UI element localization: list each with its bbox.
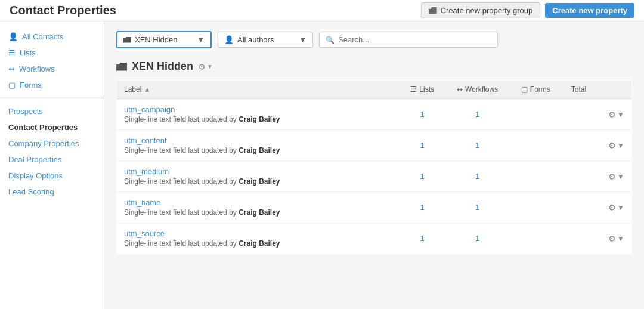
author-select[interactable]: 👤 All authors ▼: [218, 32, 313, 48]
cell-forms-utm_content: [510, 130, 561, 161]
property-author-utm_source: Craig Bailey: [239, 239, 280, 248]
search-box[interactable]: 🔍: [319, 32, 498, 48]
header-actions: Create new property group Create new pro…: [421, 2, 634, 18]
sort-icon[interactable]: ▲: [144, 86, 150, 93]
sidebar-item-prospects[interactable]: Prospects: [0, 103, 104, 119]
property-name-utm_campaign[interactable]: utm_campaign: [124, 105, 393, 114]
table-row: utm_content Single-line text field last …: [117, 130, 632, 161]
author-select-arrow: ▼: [299, 35, 306, 44]
property-author-utm_name: Craig Bailey: [239, 208, 280, 217]
table-row: utm_medium Single-line text field last u…: [117, 161, 632, 192]
gear-icon: ⚙: [198, 62, 206, 72]
group-settings-button[interactable]: ⚙ ▼: [198, 62, 213, 72]
col-forms: ▢ Forms: [510, 81, 561, 99]
row-gear-button-utm_name[interactable]: ⚙: [608, 203, 616, 212]
row-gear-button-utm_content[interactable]: ⚙: [608, 141, 616, 150]
page-title: Contact Properties: [10, 4, 116, 17]
sidebar-item-workflows[interactable]: ↭ Workflows: [0, 61, 104, 77]
sidebar-item-lists[interactable]: ☰ Lists: [0, 45, 104, 61]
group-select-arrow: ▼: [197, 35, 205, 44]
cell-workflows-utm_source: 1: [445, 223, 510, 254]
property-name-utm_content[interactable]: utm_content: [124, 136, 393, 145]
cell-lists-utm_medium: 1: [400, 161, 445, 192]
cell-forms-utm_campaign: [510, 99, 561, 130]
sidebar-item-forms[interactable]: ▢ Forms: [0, 77, 104, 93]
cell-lists-utm_name: 1: [400, 192, 445, 223]
properties-table: Label ▲ ☰ Lists ↭ Workflows: [116, 80, 632, 254]
property-name-utm_medium[interactable]: utm_medium: [124, 167, 393, 176]
create-property-group-button[interactable]: Create new property group: [421, 2, 541, 18]
cell-lists-utm_campaign: 1: [400, 99, 445, 130]
cell-total-utm_content: [561, 130, 596, 161]
cell-label-utm_campaign: utm_campaign Single-line text field last…: [117, 99, 400, 130]
chevron-down-icon: ▼: [207, 63, 213, 70]
person-icon: 👤: [8, 32, 18, 41]
cell-total-utm_campaign: [561, 99, 596, 130]
sidebar-item-contact-properties: Contact Properties: [0, 119, 104, 135]
search-input[interactable]: [338, 35, 491, 44]
cell-label-utm_source: utm_source Single-line text field last u…: [117, 223, 400, 254]
table-row: utm_name Single-line text field last upd…: [117, 192, 632, 223]
cell-actions-utm_source: ⚙ ▼: [596, 223, 632, 254]
cell-label-utm_name: utm_name Single-line text field last upd…: [117, 192, 400, 223]
property-desc-utm_name: Single-line text field last updated by C…: [124, 208, 393, 217]
row-gear-button-utm_source[interactable]: ⚙: [608, 234, 616, 243]
row-gear-button-utm_campaign[interactable]: ⚙: [608, 110, 616, 119]
table-row: utm_campaign Single-line text field last…: [117, 99, 632, 130]
person-icon-author: 👤: [224, 35, 234, 44]
cell-forms-utm_medium: [510, 161, 561, 192]
page-header: Contact Properties Create new property g…: [0, 0, 644, 21]
row-gear-button-utm_medium[interactable]: ⚙: [608, 172, 616, 181]
row-chevron-button-utm_content[interactable]: ▼: [617, 141, 624, 150]
workflow-icon: ↭: [8, 64, 15, 73]
cell-actions-utm_name: ⚙ ▼: [596, 192, 632, 223]
cell-actions-utm_content: ⚙ ▼: [596, 130, 632, 161]
group-folder-icon: [116, 63, 127, 71]
cell-total-utm_name: [561, 192, 596, 223]
list-icon: ☰: [8, 48, 16, 57]
row-chevron-button-utm_source[interactable]: ▼: [617, 234, 624, 243]
sidebar-top-section: 👤 All Contacts ☰ Lists ↭ Workflows ▢ For…: [0, 29, 104, 93]
sidebar-item-all-contacts[interactable]: 👤 All Contacts: [0, 29, 104, 45]
sidebar-divider: [0, 98, 104, 98]
sidebar-item-company-properties[interactable]: Company Properties: [0, 135, 104, 152]
sidebar-bottom-section: Prospects Contact Properties Company Pro…: [0, 103, 104, 200]
cell-actions-utm_medium: ⚙ ▼: [596, 161, 632, 192]
forms-col-icon: ▢: [521, 85, 528, 94]
cell-total-utm_source: [561, 223, 596, 254]
property-name-utm_name[interactable]: utm_name: [124, 198, 393, 207]
group-title: XEN Hidden: [132, 60, 193, 73]
cell-workflows-utm_content: 1: [445, 130, 510, 161]
folder-icon: [429, 7, 437, 14]
row-chevron-button-utm_medium[interactable]: ▼: [617, 172, 624, 181]
property-author-utm_medium: Craig Bailey: [239, 177, 280, 186]
property-desc-utm_content: Single-line text field last updated by C…: [124, 146, 393, 154]
cell-workflows-utm_name: 1: [445, 192, 510, 223]
create-property-button[interactable]: Create new property: [545, 3, 634, 18]
cell-forms-utm_name: [510, 192, 561, 223]
cell-workflows-utm_medium: 1: [445, 161, 510, 192]
row-chevron-button-utm_campaign[interactable]: ▼: [617, 110, 624, 119]
cell-lists-utm_source: 1: [400, 223, 445, 254]
property-name-utm_source[interactable]: utm_source: [124, 229, 393, 238]
group-select[interactable]: XEN Hidden ▼: [116, 31, 212, 48]
col-workflows: ↭ Workflows: [445, 81, 510, 99]
property-desc-utm_source: Single-line text field last updated by C…: [124, 239, 393, 248]
sidebar-item-deal-properties[interactable]: Deal Properties: [0, 152, 104, 168]
folder-icon-select: [123, 37, 131, 43]
cell-label-utm_medium: utm_medium Single-line text field last u…: [117, 161, 400, 192]
cell-actions-utm_campaign: ⚙ ▼: [596, 99, 632, 130]
table-row: utm_source Single-line text field last u…: [117, 223, 632, 254]
group-header: XEN Hidden ⚙ ▼: [116, 60, 632, 73]
lists-col-icon: ☰: [410, 85, 417, 94]
col-total: Total: [561, 81, 596, 99]
property-author-utm_content: Craig Bailey: [239, 146, 280, 154]
sidebar: 👤 All Contacts ☰ Lists ↭ Workflows ▢ For…: [0, 21, 104, 309]
sidebar-item-lead-scoring[interactable]: Lead Scoring: [0, 184, 104, 200]
row-chevron-button-utm_name[interactable]: ▼: [617, 203, 624, 212]
property-desc-utm_medium: Single-line text field last updated by C…: [124, 177, 393, 186]
cell-forms-utm_source: [510, 223, 561, 254]
sidebar-item-display-options[interactable]: Display Options: [0, 168, 104, 184]
forms-icon: ▢: [8, 81, 16, 89]
search-icon: 🔍: [326, 36, 335, 44]
